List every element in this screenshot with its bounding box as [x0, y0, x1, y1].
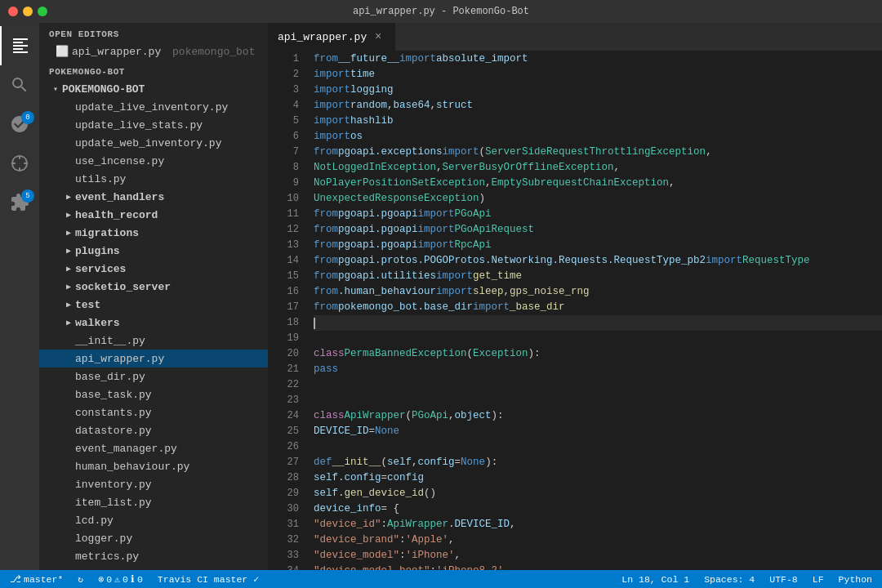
tree-item-18[interactable]: constants.py — [39, 403, 268, 421]
tree-label-9: plugins — [75, 245, 268, 257]
sync-button[interactable]: ↻ — [74, 570, 87, 588]
tree-item-9[interactable]: ▶plugins — [39, 242, 268, 260]
tree-item-11[interactable]: ▶socketio_server — [39, 278, 268, 296]
tab-api-wrapper[interactable]: api_wrapper.py × — [268, 23, 395, 51]
line-number-3: 3 — [268, 82, 299, 98]
text-cursor — [314, 318, 315, 329]
code-line-10: UnexpectedResponseException) — [314, 191, 882, 207]
line-number-20: 20 — [268, 346, 299, 362]
code-line-15: from pgoapi.utilities import get_time — [314, 269, 882, 284]
tree-arrow-0: ▾ — [49, 84, 62, 94]
activity-search[interactable] — [0, 65, 39, 105]
code-line-8: NotLoggedInException, ServerBusyOrOfflin… — [314, 160, 882, 176]
tree-label-7: health_record — [75, 209, 268, 221]
cursor-position[interactable]: Ln 18, Col 1 — [618, 570, 693, 588]
tree-item-1[interactable]: update_live_inventory.py — [39, 98, 268, 116]
code-line-21: pass — [314, 362, 882, 377]
code-line-27: def __init__(self, config=None): — [314, 455, 882, 470]
tree-item-23[interactable]: item_list.py — [39, 493, 268, 511]
status-left: ⎇ master* ↻ ⊗ 0 ⚠ 0 ℹ 0 Travis CI master… — [7, 570, 262, 588]
tree-item-15[interactable]: api_wrapper.py — [39, 350, 268, 368]
activity-git[interactable]: 0 — [0, 105, 39, 144]
code-line-19 — [314, 331, 882, 346]
line-number-1: 1 — [268, 51, 299, 67]
status-bar: ⎇ master* ↻ ⊗ 0 ⚠ 0 ℹ 0 Travis CI master… — [0, 570, 882, 588]
activity-extensions[interactable]: 5 — [0, 183, 39, 222]
code-line-18 — [314, 315, 882, 331]
line-number-4: 4 — [268, 98, 299, 114]
code-line-17: from pokemongo_bot.base_dir import _base… — [314, 300, 882, 315]
tree-item-5[interactable]: utils.py — [39, 170, 268, 188]
tree-item-16[interactable]: base_dir.py — [39, 368, 268, 385]
tree-item-13[interactable]: ▶walkers — [39, 314, 268, 332]
code-line-32: "device_brand": 'Apple', — [314, 532, 882, 548]
tree-arrow-12: ▶ — [62, 300, 75, 310]
tab-close-button[interactable]: × — [372, 30, 385, 43]
code-line-29: self.gen_device_id() — [314, 486, 882, 501]
warning-count: 0 — [122, 574, 128, 585]
minimize-button[interactable] — [23, 7, 33, 16]
line-number-29: 29 — [268, 486, 299, 501]
line-number-13: 13 — [268, 238, 299, 253]
tree-label-2: update_live_stats.py — [75, 119, 268, 131]
info-count: 0 — [137, 574, 143, 585]
tree-label-18: constants.py — [75, 407, 268, 419]
tree-item-3[interactable]: update_web_inventory.py — [39, 134, 268, 152]
language-mode[interactable]: Python — [835, 570, 875, 588]
tree-label-24: lcd.py — [75, 514, 268, 527]
open-editor-api-wrapper[interactable]: ⬜ api_wrapper.py pokemongo_bot — [39, 42, 268, 60]
tree-arrow-9: ▶ — [62, 246, 75, 256]
close-button[interactable] — [8, 7, 18, 16]
tree-item-6[interactable]: ▶event_handlers — [39, 188, 268, 206]
errors-warnings[interactable]: ⊗ 0 ⚠ 0 ℹ 0 — [95, 570, 146, 588]
tree-item-8[interactable]: ▶migrations — [39, 224, 268, 242]
tree-item-26[interactable]: metrics.py — [39, 547, 268, 565]
file-tree: ▾POKEMONGO-BOT update_live_inventory.py … — [39, 80, 268, 570]
tree-label-10: services — [75, 263, 268, 275]
tree-item-25[interactable]: logger.py — [39, 529, 268, 547]
tree-item-10[interactable]: ▶services — [39, 260, 268, 278]
line-number-19: 19 — [268, 331, 299, 346]
tree-arrow-11: ▶ — [62, 282, 75, 292]
titlebar: api_wrapper.py - PokemonGo-Bot — [0, 0, 882, 23]
tree-item-0[interactable]: ▾POKEMONGO-BOT — [39, 80, 268, 98]
tree-label-4: use_incense.py — [75, 155, 268, 167]
tree-item-22[interactable]: inventory.py — [39, 475, 268, 493]
line-number-10: 10 — [268, 191, 299, 207]
code-line-16: from .human_behaviour import sleep, gps_… — [314, 284, 882, 300]
tree-item-4[interactable]: use_incense.py — [39, 152, 268, 170]
code-content[interactable]: from __future__ import absolute_importim… — [307, 51, 882, 570]
indentation[interactable]: Spaces: 4 — [701, 570, 758, 588]
tree-item-17[interactable]: base_task.py — [39, 385, 268, 403]
line-ending[interactable]: LF — [809, 570, 827, 588]
tree-item-21[interactable]: human_behaviour.py — [39, 457, 268, 475]
activity-bar: 0 5 — [0, 23, 39, 570]
git-branch[interactable]: ⎇ master* — [7, 570, 66, 588]
tree-item-12[interactable]: ▶test — [39, 296, 268, 314]
tree-item-19[interactable]: datastore.py — [39, 421, 268, 439]
maximize-button[interactable] — [38, 7, 47, 16]
activity-explorer[interactable] — [0, 26, 39, 65]
tree-item-20[interactable]: event_manager.py — [39, 439, 268, 457]
tree-label-16: base_dir.py — [75, 371, 268, 383]
line-number-28: 28 — [268, 470, 299, 486]
activity-debug[interactable] — [0, 144, 39, 183]
code-line-31: "device_id": ApiWrapper.DEVICE_ID, — [314, 517, 882, 532]
tree-item-2[interactable]: update_live_stats.py — [39, 116, 268, 134]
code-editor[interactable]: 1234567891011121314151617181920212223242… — [268, 51, 882, 570]
file-icon: ⬜ — [56, 45, 69, 58]
tree-label-19: datastore.py — [75, 425, 268, 437]
extensions-badge: 5 — [21, 189, 34, 203]
tree-item-7[interactable]: ▶health_record — [39, 206, 268, 224]
warning-icon: ⚠ — [114, 573, 120, 585]
info-icon: ℹ — [131, 573, 135, 585]
tree-item-24[interactable]: lcd.py — [39, 511, 268, 529]
encoding[interactable]: UTF-8 — [766, 570, 801, 588]
travis-ci[interactable]: Travis CI master ✓ — [154, 570, 262, 588]
line-number-18: 18 — [268, 315, 299, 331]
line-number-9: 9 — [268, 176, 299, 191]
code-line-9: NoPlayerPositionSetException, EmptySubre… — [314, 176, 882, 191]
open-editors-header: OPEN EDITORS — [39, 23, 268, 42]
tree-item-14[interactable]: __init__.py — [39, 332, 268, 350]
code-line-20: class PermaBannedException(Exception): — [314, 346, 882, 362]
